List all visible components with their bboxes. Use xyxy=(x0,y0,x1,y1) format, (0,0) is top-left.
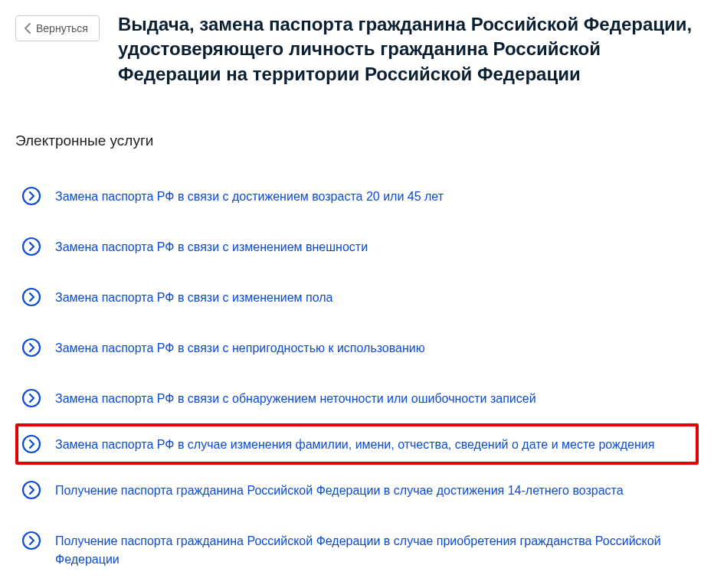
chevron-right-circle-icon xyxy=(21,388,41,408)
page-title: Выдача, замена паспорта гражданина Росси… xyxy=(118,12,699,87)
chevron-right-circle-icon xyxy=(21,338,41,358)
services-list: Замена паспорта РФ в связи с достижением… xyxy=(15,171,699,588)
service-item-label: Замена паспорта РФ в связи с непригоднос… xyxy=(55,338,425,358)
svg-point-7 xyxy=(23,532,40,549)
service-item-label: Замена паспорта РФ в случае изменения фа… xyxy=(55,434,654,454)
service-item-label: Замена паспорта РФ в связи с обнаружение… xyxy=(55,388,536,408)
back-button-label: Вернуться xyxy=(36,22,88,34)
service-item-label: Получение паспорта гражданина Российской… xyxy=(55,531,693,569)
svg-point-1 xyxy=(23,238,40,255)
svg-point-2 xyxy=(23,289,40,305)
service-item-label: Получение паспорта гражданина Российской… xyxy=(55,480,624,500)
service-item[interactable]: Получение паспорта гражданина РФ в связи… xyxy=(15,584,699,588)
svg-point-0 xyxy=(23,188,40,204)
service-item[interactable]: Замена паспорта РФ в связи с обнаружение… xyxy=(15,373,699,423)
chevron-right-circle-icon xyxy=(21,480,41,500)
service-item[interactable]: Замена паспорта РФ в случае изменения фа… xyxy=(15,423,699,465)
service-item-label: Замена паспорта РФ в связи с достижением… xyxy=(55,186,444,206)
chevron-right-circle-icon xyxy=(21,531,41,550)
service-item-label: Замена паспорта РФ в связи с изменением … xyxy=(55,237,368,256)
service-item[interactable]: Замена паспорта РФ в связи с непригоднос… xyxy=(15,322,699,373)
back-button[interactable]: Вернуться xyxy=(15,15,100,41)
service-item[interactable]: Замена паспорта РФ в связи с изменением … xyxy=(15,221,699,272)
chevron-left-icon xyxy=(24,23,31,34)
chevron-right-circle-icon xyxy=(21,237,41,256)
chevron-right-circle-icon xyxy=(21,434,41,454)
service-item[interactable]: Получение паспорта гражданина Российской… xyxy=(15,515,699,584)
service-item[interactable]: Замена паспорта РФ в связи с достижением… xyxy=(15,171,699,221)
chevron-right-circle-icon xyxy=(21,287,41,307)
svg-point-5 xyxy=(23,436,40,452)
section-heading: Электронные услуги xyxy=(15,132,699,149)
svg-point-3 xyxy=(23,339,40,356)
chevron-right-circle-icon xyxy=(21,186,41,206)
header: Вернуться Выдача, замена паспорта гражда… xyxy=(15,12,699,87)
service-item[interactable]: Получение паспорта гражданина Российской… xyxy=(15,465,699,515)
svg-point-4 xyxy=(23,390,40,407)
svg-point-6 xyxy=(23,482,40,498)
service-item[interactable]: Замена паспорта РФ в связи с изменением … xyxy=(15,272,699,322)
service-item-label: Замена паспорта РФ в связи с изменением … xyxy=(55,287,332,307)
